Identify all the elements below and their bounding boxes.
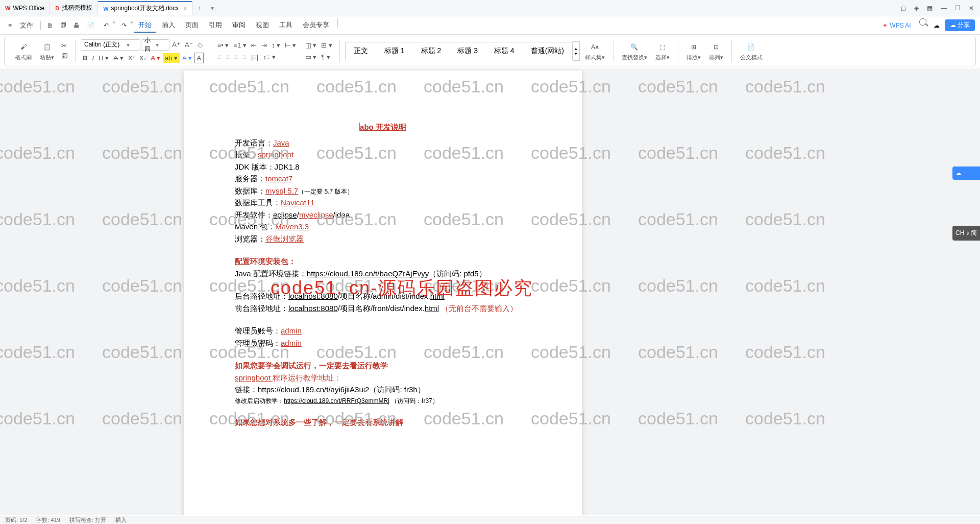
redo-icon[interactable]: ↷ — [118, 20, 130, 31]
underline-icon[interactable]: U ▾ — [96, 53, 111, 63]
tab-reference[interactable]: 引用 — [205, 18, 226, 33]
format-painter[interactable]: 🖌格式刷 — [12, 41, 35, 61]
char-border-icon[interactable]: A — [194, 53, 204, 63]
tab-wps-office[interactable]: WWPS Office — [0, 1, 50, 15]
tab-templates[interactable]: D找稻壳模板 — [50, 1, 98, 15]
status-insert: 插入 — [115, 516, 127, 524]
close-icon[interactable]: ✕ — [969, 5, 974, 12]
superscript-icon[interactable]: X² — [126, 53, 137, 63]
watermark-big: code51. cn-源码乐园盗图必究 — [271, 276, 533, 301]
select-button[interactable]: ⬚选择▾ — [652, 41, 673, 61]
italic-icon[interactable]: I — [90, 53, 96, 63]
line-spacing-icon[interactable]: ↕≡ ▾ — [261, 52, 278, 62]
close-tab-icon[interactable]: × — [183, 5, 187, 12]
subscript-icon[interactable]: X₂ — [137, 53, 149, 63]
style-scroll-up[interactable]: ▴ — [575, 46, 577, 51]
doc-title: abo 开发说明 — [235, 122, 531, 133]
win-icon-3[interactable]: ▦ — [927, 5, 933, 12]
spacing-icon[interactable]: ↕ ▾ — [270, 40, 282, 50]
official-doc-button[interactable]: 📄公文模式 — [737, 41, 766, 61]
tab-member[interactable]: 会员专享 — [299, 18, 333, 33]
tab-start[interactable]: 开始 — [134, 18, 156, 33]
para-fill-icon[interactable]: ▭ ▾ — [303, 52, 319, 62]
hamburger-icon[interactable]: ≡ — [5, 20, 15, 31]
shading-icon[interactable]: ◫ ▾ — [303, 40, 319, 50]
undo-icon[interactable]: ↶ — [101, 20, 112, 31]
indent-inc-icon[interactable]: ⇥ — [259, 40, 269, 50]
style-normal[interactable]: 正文 — [345, 42, 376, 60]
minimize-icon[interactable]: — — [941, 5, 947, 12]
status-spell: 拼写检查: 打开 — [69, 516, 106, 524]
para-mark-icon[interactable]: ¶ ▾ — [319, 52, 332, 62]
distributed-icon[interactable]: |≡| — [249, 52, 260, 62]
wps-ai-brand[interactable]: ✦WPS AI — [883, 18, 911, 33]
tab-document[interactable]: Wspringboot开发文档.docx× — [98, 1, 192, 15]
style-web[interactable]: 普通(网站) — [523, 42, 573, 60]
border-icon[interactable]: ⊞ ▾ — [319, 40, 334, 50]
bold-icon[interactable]: B — [81, 53, 89, 63]
tab-dropdown[interactable]: ▾ — [207, 5, 218, 12]
cut-icon[interactable]: ✂ — [59, 41, 70, 51]
font-effect-icon[interactable]: A ▾ — [180, 53, 194, 63]
style-scroll-down[interactable]: ▾ — [575, 51, 577, 56]
highlight-icon[interactable]: ab ▾ — [163, 53, 180, 63]
ribbon: 🖌格式刷 📋粘贴▾ ✂ 🗐 Calibri (正文) ▾ 小四 ▾ A⁺ A⁻ … — [4, 36, 976, 66]
copy-icon[interactable]: 🗐 — [59, 52, 70, 61]
typeset-button[interactable]: ⊞排版▾ — [683, 41, 704, 61]
font-size-select[interactable]: 小四 ▾ — [141, 39, 169, 51]
strikethrough-icon[interactable]: A̶ ▾ — [111, 53, 126, 63]
style-h3[interactable]: 标题 3 — [449, 42, 486, 60]
style-h4[interactable]: 标题 4 — [486, 42, 523, 60]
decrease-font-icon[interactable]: A⁻ — [183, 40, 195, 50]
maximize-icon[interactable]: ❐ — [955, 5, 961, 12]
statusbar: 页码: 1/2 字数: 419 拼写检查: 打开 插入 — [0, 516, 980, 524]
win-icon-2[interactable]: ◈ — [914, 5, 919, 12]
tab-tools[interactable]: 工具 — [275, 18, 297, 33]
align-justify-icon[interactable]: ≡ — [240, 52, 249, 62]
tab-page[interactable]: 页面 — [181, 18, 203, 33]
align-center-icon[interactable]: ≡ — [224, 52, 232, 62]
tab-view[interactable]: 视图 — [252, 18, 273, 33]
titlebar: WWPS Office D找稻壳模板 Wspringboot开发文档.docx×… — [0, 0, 980, 16]
qa-save-icon[interactable]: 🗐 — [57, 20, 69, 31]
qa-print-icon[interactable]: 🖶 — [70, 20, 83, 31]
menubar: ≡ 文件 🗎 🗐 🖶 📄 ↶▾ ↷▾ 开始 插入 页面 引用 审阅 视图 工具 … — [0, 16, 980, 35]
tab-review[interactable]: 审阅 — [228, 18, 250, 33]
paste-button[interactable]: 📋粘贴▾ — [37, 41, 57, 61]
style-set[interactable]: Aᴀ样式集▾ — [582, 41, 608, 61]
arrange-button[interactable]: ⊡排列▾ — [706, 41, 726, 61]
tabstop-icon[interactable]: ⊢ ▾ — [283, 40, 298, 50]
cloud-floater[interactable]: ☁ — [952, 166, 980, 180]
font-color-icon[interactable]: A ▾ — [149, 53, 162, 63]
bullets-icon[interactable]: ≡• ▾ — [215, 40, 231, 50]
qa-preview-icon[interactable]: 📄 — [84, 20, 97, 31]
tab-insert[interactable]: 插入 — [158, 18, 179, 33]
status-page: 页码: 1/2 — [5, 516, 27, 524]
find-replace[interactable]: 🔍查找替换▾ — [619, 41, 650, 61]
file-menu[interactable]: 文件 — [16, 19, 37, 32]
align-left-icon[interactable]: ≡ — [215, 52, 224, 62]
cloud-icon[interactable]: ☁ — [934, 22, 940, 29]
indent-dec-icon[interactable]: ⇤ — [249, 40, 259, 50]
increase-font-icon[interactable]: A⁺ — [170, 40, 182, 50]
numbering-icon[interactable]: ≡1 ▾ — [231, 40, 248, 50]
style-h1[interactable]: 标题 1 — [376, 42, 413, 60]
qa-new-icon[interactable]: 🗎 — [44, 20, 56, 31]
win-icon-1[interactable]: ◻ — [901, 5, 906, 12]
ime-floater[interactable]: CH ♪ 简 — [952, 226, 980, 241]
font-name-select[interactable]: Calibri (正文) ▾ — [81, 39, 140, 51]
align-right-icon[interactable]: ≡ — [232, 52, 240, 62]
share-button[interactable]: ☁ 分享 — [945, 19, 975, 31]
status-words: 字数: 419 — [36, 516, 60, 524]
document-area: code51.cncode51.cncode51.cncode51.cncode… — [0, 68, 980, 515]
search-icon[interactable] — [919, 18, 926, 26]
window-controls: ◻ ◈ ▦ — ❐ ✕ — [901, 5, 980, 12]
new-tab-button[interactable]: ＋ — [192, 4, 207, 12]
clear-format-icon[interactable]: ◇ — [195, 40, 205, 50]
style-h2[interactable]: 标题 2 — [413, 42, 450, 60]
